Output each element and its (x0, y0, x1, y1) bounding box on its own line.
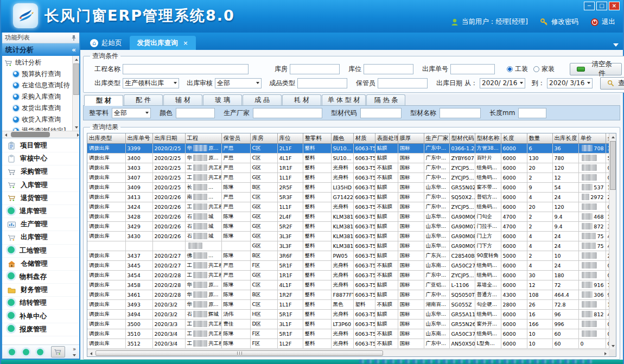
module-item[interactable]: 财务管理 (2, 284, 79, 297)
material-tab[interactable]: 成 品 (243, 94, 282, 105)
scroll-left-icon[interactable] (2, 131, 9, 138)
module-item[interactable]: 出库管理 (2, 231, 79, 244)
scroll-up-icon[interactable] (73, 56, 79, 63)
grid-vscroll-thumb[interactable] (610, 141, 616, 190)
logout-button[interactable]: 退出 (590, 17, 615, 27)
table-row[interactable]: 调拨出库34372020/2/27佛...陈琳B区3R6F整料PW056063-… (87, 251, 609, 260)
pin-icon[interactable] (71, 35, 77, 41)
out-type-select[interactable]: 生产领料出库 (123, 78, 179, 88)
table-row[interactable]: G区3L3F整料KLM38176063-T5贴膜国标山东华...GA90M09.… (87, 241, 609, 251)
column-header[interactable]: 表面处理 (375, 133, 398, 143)
search-button[interactable]: 查 询 (600, 77, 624, 90)
tree-item[interactable]: 预算执行查询 (4, 68, 72, 80)
module-item[interactable]: 结转管理 (2, 297, 79, 310)
table-row[interactable]: 调拨出库34942020/3/2石辉城汤伟H区5R1F整料光身料6063-T5贴… (87, 309, 609, 319)
date-from-select[interactable]: 2020/ 2/16 (480, 78, 525, 88)
tab-overflow-icon[interactable] (613, 43, 619, 47)
column-header[interactable]: 出库日期 (152, 133, 185, 143)
column-header[interactable]: 长度 (501, 133, 527, 143)
module-dot-icon[interactable] (9, 349, 15, 355)
table-row[interactable]: 调拨出库34032020/2/25工共工程严思G区1R1F整料光身料6063-T… (87, 163, 609, 173)
tab-home[interactable]: ⌂起始页 (82, 36, 130, 50)
module-item[interactable]: 采购管理 (2, 165, 79, 178)
clear-conditions-button[interactable]: 清空条件 (570, 63, 622, 75)
table-row[interactable]: 调拨出库34542020/2/28工共工程严思G区1R1F整料光身料6063-T… (87, 270, 609, 280)
order-no-input[interactable] (450, 64, 495, 74)
material-tab[interactable]: 玻 璃 (203, 94, 242, 105)
table-row[interactable]: 调拨出库34002020/2/25华原...严思C区4L1F整料SU10...6… (87, 153, 609, 163)
stats-section-header[interactable]: 统计分析 « (2, 43, 79, 56)
module-item[interactable]: 退货管理 (2, 192, 79, 205)
tree-vertical-scrollbar[interactable] (72, 56, 79, 131)
grid-scroll-down-icon[interactable] (609, 342, 616, 349)
column-header[interactable]: 整零料 (303, 133, 331, 143)
module-item[interactable]: 物料盘存 (2, 271, 79, 284)
minimize-button[interactable]: − (584, 2, 595, 10)
table-row[interactable]: 调拨出库34072020/2/25工共工程严思G区1L1F整料光身料6063-T… (87, 173, 609, 182)
tree-horizontal-scrollbar[interactable] (2, 131, 79, 138)
location-input[interactable] (364, 64, 413, 74)
column-header[interactable]: 出库类型 (87, 133, 125, 143)
tree-item[interactable]: 收货入库查询 (4, 114, 72, 125)
close-button[interactable]: × (609, 2, 620, 10)
project-input[interactable] (123, 64, 249, 74)
table-row[interactable]: 调拨出库34612020/2/28华原...陈琳B区1R2F整料F8877FT6… (87, 290, 609, 299)
date-to-select[interactable]: 2020/ 3/16 (547, 78, 593, 88)
product-type-input[interactable] (297, 78, 347, 88)
column-header[interactable]: 出库单号 (125, 133, 152, 143)
module-dot-icon[interactable] (23, 349, 29, 355)
column-header[interactable]: 出库长度 (552, 133, 578, 143)
color-input[interactable] (176, 108, 215, 118)
change-password-button[interactable]: 修改密码 (540, 17, 578, 27)
tree-hscroll-thumb[interactable] (11, 132, 50, 137)
maker-input[interactable] (253, 108, 322, 118)
material-tab[interactable]: 辅 材 (163, 94, 202, 105)
module-dot-icon[interactable] (37, 349, 43, 355)
collapse-icon[interactable]: « (72, 46, 76, 54)
column-header[interactable]: 型材代码 (449, 133, 475, 143)
column-header[interactable]: 型材名称 (475, 133, 501, 143)
table-row[interactable]: 调拨出库35002020/3/3工共工程曹佳D区3L1F整料LT3P606063… (87, 319, 609, 329)
table-row[interactable]: 调拨出库34302020/2/26石城陈琳G区3L3F整料KLM38176063… (87, 231, 609, 241)
column-header[interactable]: 颜色 (331, 133, 353, 143)
grid-scroll-right-icon[interactable] (602, 350, 609, 357)
grid-vertical-scrollbar[interactable] (609, 133, 616, 349)
tree-item[interactable]: 发货出库查询 (4, 103, 72, 114)
warehouse-input[interactable] (290, 64, 340, 74)
material-tab[interactable]: 配 件 (124, 94, 163, 105)
material-tab[interactable]: 型 材 (84, 95, 123, 106)
table-row[interactable]: 调拨出库34452020/2/27工共工程严思F区5R1F整料光身料6063-T… (87, 260, 609, 270)
table-row[interactable]: 调拨出库34242020/2/26工共工程严思G区1L1F整料光身料6063-T… (87, 202, 609, 212)
module-item[interactable]: 生产管理 (2, 218, 79, 231)
column-header[interactable]: 保管员 (221, 133, 250, 143)
length-input[interactable] (518, 108, 546, 118)
table-row[interactable]: 调拨出库35122020/3/4工共工程陈琳F区1L2F整料光身料6063-T5… (87, 339, 609, 348)
table-row[interactable]: 调拨出库34132020/2/26南...严思C区5R3F整料G71422606… (87, 192, 609, 202)
whole-select[interactable]: 全部 (112, 108, 151, 118)
column-header[interactable]: 材质 (353, 133, 375, 143)
module-item[interactable]: 项目管理 (2, 139, 79, 152)
tree-scroll-thumb[interactable] (73, 63, 79, 95)
radio-gongzhuang[interactable]: 工装 (507, 65, 528, 74)
grid-scroll-up-icon[interactable] (609, 133, 616, 141)
table-row[interactable]: 调拨出库33992020/2/25华原...严思C区2L1F整料SU10...6… (87, 143, 609, 153)
module-item[interactable]: 报废管理 (2, 323, 79, 336)
out-audit-select[interactable]: 全部 (215, 78, 262, 88)
tree-root[interactable]: 统计分析 (4, 57, 72, 68)
module-item[interactable]: 入库管理 (2, 179, 79, 192)
column-header[interactable]: 生产厂家 (424, 133, 449, 143)
column-header[interactable]: 单价 (578, 133, 606, 143)
maximize-button[interactable]: □ (596, 2, 607, 10)
stats-module-button[interactable] (51, 346, 65, 357)
table-row[interactable]: 调拨出库35102020/3/4工共工程陈琳F区5R1F整料光身料6063-T5… (87, 329, 609, 339)
grid-scroll-left-icon[interactable] (87, 350, 94, 357)
column-header[interactable]: 数量 (527, 133, 552, 143)
material-tab[interactable]: 耗 材 (282, 94, 321, 105)
grid-hscroll-thumb[interactable] (95, 350, 383, 356)
tab-active[interactable]: 发货出库查询× (130, 36, 196, 50)
column-header[interactable]: 库房 (250, 133, 277, 143)
module-item[interactable]: 补单中心 (2, 310, 79, 323)
grid-horizontal-scrollbar[interactable] (87, 349, 609, 356)
scroll-down-icon[interactable] (73, 124, 79, 131)
tree-item[interactable]: 采购入库查询 (4, 91, 72, 103)
